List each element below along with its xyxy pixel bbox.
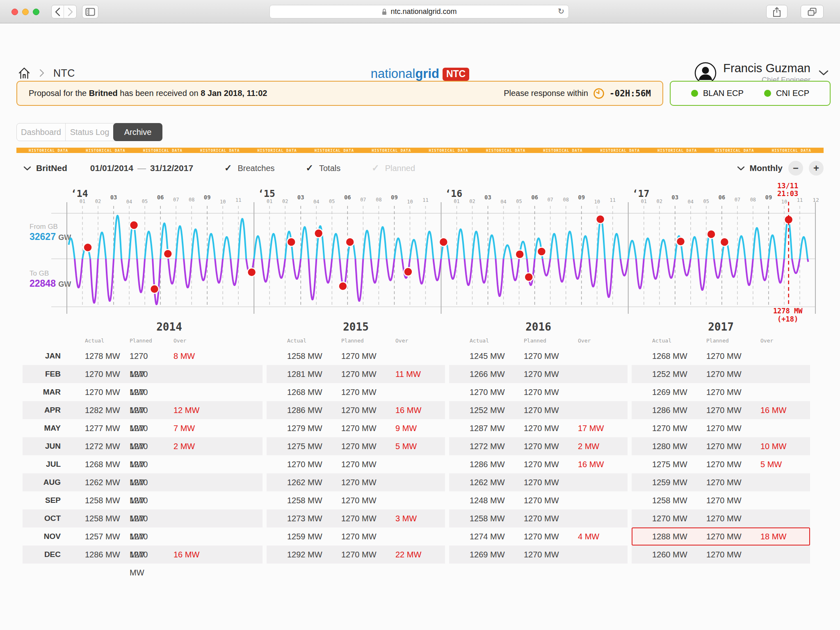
table-row-2016-APR[interactable]: 1252 MW1270 MW: [449, 401, 628, 419]
minimize-window-button[interactable]: [22, 9, 29, 15]
breach-dot[interactable]: [676, 237, 685, 246]
tab-status-log[interactable]: Status Log: [65, 123, 114, 141]
table-row-2014-JAN[interactable]: JAN1278 MW1270 MW8 MW: [23, 347, 262, 365]
breach-dot[interactable]: [247, 268, 256, 276]
table-row-2015-NOV[interactable]: 1259 MW1270 MW: [267, 527, 445, 546]
table-row-2017-FEB[interactable]: 1252 MW1270 MW: [632, 365, 810, 383]
actual-value: 1270 MW: [652, 419, 706, 437]
tab-archive[interactable]: Archive: [113, 123, 162, 141]
table-row-2017-JAN[interactable]: 1268 MW1270 MW: [632, 347, 810, 365]
month-axis-label: 09: [391, 194, 398, 201]
zoom-window-button[interactable]: [33, 9, 39, 15]
breach-dot[interactable]: [720, 237, 729, 246]
date-range[interactable]: 01/01/2014—31/12/2017: [90, 163, 193, 173]
over-value: [578, 401, 628, 419]
table-row-2015-JAN[interactable]: 1258 MW1270 MW: [267, 347, 445, 365]
table-row-2016-SEP[interactable]: 1248 MW1270 MW: [449, 491, 628, 509]
back-button[interactable]: [52, 5, 64, 18]
granularity-dropdown[interactable]: Monthly: [737, 163, 783, 173]
breach-dot[interactable]: [346, 237, 354, 246]
actual-value: 1248 MW: [470, 491, 524, 509]
actual-value: 1269 MW: [470, 546, 524, 564]
breach-dot[interactable]: [707, 230, 716, 239]
breach-dot[interactable]: [404, 267, 412, 276]
table-row-2016-JUN[interactable]: 1272 MW1270 MW2 MW: [449, 437, 628, 455]
table-row-2017-MAR[interactable]: 1269 MW1270 MW: [632, 383, 810, 401]
table-row-2016-DEC[interactable]: 1269 MW1270 MW: [449, 546, 628, 564]
checkbox-totals[interactable]: ✓ Totals: [306, 163, 341, 173]
breach-dot[interactable]: [516, 250, 524, 258]
table-row-2014-OCT[interactable]: OCT1258 MW1270 MW: [23, 509, 262, 527]
table-row-2014-MAR[interactable]: MAR1270 MW1270 MW: [23, 383, 262, 401]
table-row-2014-MAY[interactable]: MAY1277 MW1270 MW7 MW: [23, 419, 262, 437]
table-row-2015-JUN[interactable]: 1275 MW1270 MW5 MW: [267, 437, 445, 455]
table-row-2017-JUL[interactable]: 1275 MW1270 MW5 MW: [632, 455, 810, 473]
breach-dot[interactable]: [439, 237, 448, 246]
table-row-2016-OCT[interactable]: 1258 MW1270 MW: [449, 509, 628, 527]
ribbon-text: HISTORICAL DATA: [200, 148, 240, 153]
table-row-2015-DEC[interactable]: 1292 MW1270 MW22 MW: [267, 546, 445, 564]
table-row-2015-MAR[interactable]: 1268 MW1270 MW: [267, 383, 445, 401]
breach-dot[interactable]: [596, 215, 605, 224]
close-window-button[interactable]: [11, 9, 18, 15]
table-row-2015-OCT[interactable]: 1273 MW1270 MW3 MW: [267, 509, 445, 527]
table-row-2014-APR[interactable]: APR1282 MW1270 MW12 MW: [23, 401, 262, 419]
interconnector-dropdown[interactable]: BritNed: [23, 163, 67, 173]
breach-dot[interactable]: [338, 282, 347, 290]
table-row-2015-MAY[interactable]: 1279 MW1270 MW9 MW: [267, 419, 445, 437]
breach-dot[interactable]: [84, 243, 92, 252]
refresh-icon[interactable]: ↻: [558, 7, 564, 16]
table-row-2015-FEB[interactable]: 1281 MW1270 MW11 MW: [267, 365, 445, 383]
table-row-2017-MAY[interactable]: 1270 MW1270 MW: [632, 419, 810, 437]
table-row-2017-APR[interactable]: 1286 MW1270 MW16 MW: [632, 401, 810, 419]
table-row-2014-SEP[interactable]: SEP1258 MW1270 MW: [23, 491, 262, 509]
sidebar-toggle-button[interactable]: [82, 5, 98, 18]
table-row-2016-NOV[interactable]: 1274 MW1270 MW4 MW: [449, 527, 628, 546]
breach-dot[interactable]: [287, 237, 296, 246]
user-name: Francis Guzman: [723, 62, 810, 75]
column-header: Planned: [121, 335, 164, 347]
table-row-2014-JUN[interactable]: JUN1272 MW1270 MW2 MW: [23, 437, 262, 455]
table-row-2016-AUG[interactable]: 1262 MW1270 MW: [449, 473, 628, 491]
forward-button[interactable]: [64, 5, 76, 18]
table-row-2016-JUL[interactable]: 1286 MW1270 MW16 MW: [449, 455, 628, 473]
address-bar[interactable]: ntc.nationalgrid.com ↻: [269, 5, 569, 18]
table-row-2016-MAR[interactable]: 1270 MW1270 MW: [449, 383, 628, 401]
show-tabs-button[interactable]: [801, 5, 824, 18]
table-row-2017-DEC[interactable]: 1260 MW1270 MW: [632, 546, 810, 564]
table-row-2015-APR[interactable]: 1286 MW1270 MW16 MW: [267, 401, 445, 419]
view-tabs: Dashboard Status Log Archive: [16, 123, 162, 141]
table-row-2016-FEB[interactable]: 1266 MW1270 MW: [449, 365, 628, 383]
ntc-timeseries-chart: ‘140102030405060708091011‘15010203040506…: [0, 180, 840, 330]
table-row-2015-AUG[interactable]: 1262 MW1270 MW: [267, 473, 445, 491]
table-row-2017-SEP[interactable]: 1258 MW1270 MW: [632, 491, 810, 509]
breach-dot[interactable]: [164, 249, 172, 258]
table-row-2017-JUN[interactable]: 1280 MW1270 MW10 MW: [632, 437, 810, 455]
table-row-2014-NOV[interactable]: NOV1257 MW1270 MW: [23, 527, 262, 546]
breach-dot[interactable]: [150, 285, 159, 293]
share-button[interactable]: [766, 5, 788, 18]
over-value: [395, 473, 445, 491]
table-row-2017-OCT[interactable]: 1270 MW1270 MW: [632, 509, 810, 527]
breach-dot[interactable]: [525, 273, 533, 281]
table-row-2014-DEC[interactable]: DEC1286 MW1270 MW16 MW: [23, 546, 262, 564]
tab-dashboard[interactable]: Dashboard: [17, 123, 65, 141]
year-title: 2017: [632, 321, 810, 335]
table-row-2015-SEP[interactable]: 1258 MW1270 MW: [267, 491, 445, 509]
zoom-in-button[interactable]: +: [809, 161, 824, 176]
table-row-2016-MAY[interactable]: 1287 MW1270 MW17 MW: [449, 419, 628, 437]
ribbon-text: HISTORICAL DATA: [543, 148, 582, 153]
table-row-2017-AUG[interactable]: 1259 MW1270 MW: [632, 473, 810, 491]
table-row-2016-JAN[interactable]: 1245 MW1270 MW: [449, 347, 628, 365]
table-row-2017-NOV[interactable]: 1288 MW1270 MW18 MW: [632, 527, 810, 546]
breach-dot[interactable]: [130, 221, 138, 229]
zoom-out-button[interactable]: −: [788, 161, 803, 176]
checkbox-breatches[interactable]: ✓ Breatches: [224, 163, 275, 173]
table-row-2014-JUL[interactable]: JUL1268 MW1270 MW: [23, 455, 262, 473]
table-row-2014-FEB[interactable]: FEB1270 MW1270 MW: [23, 365, 262, 383]
table-row-2015-JUL[interactable]: 1270 MW1270 MW: [267, 455, 445, 473]
table-row-2014-AUG[interactable]: AUG1262 MW1270 MW: [23, 473, 262, 491]
breach-dot[interactable]: [314, 229, 323, 237]
breach-dot[interactable]: [537, 247, 546, 256]
year-title: 2016: [449, 321, 628, 335]
